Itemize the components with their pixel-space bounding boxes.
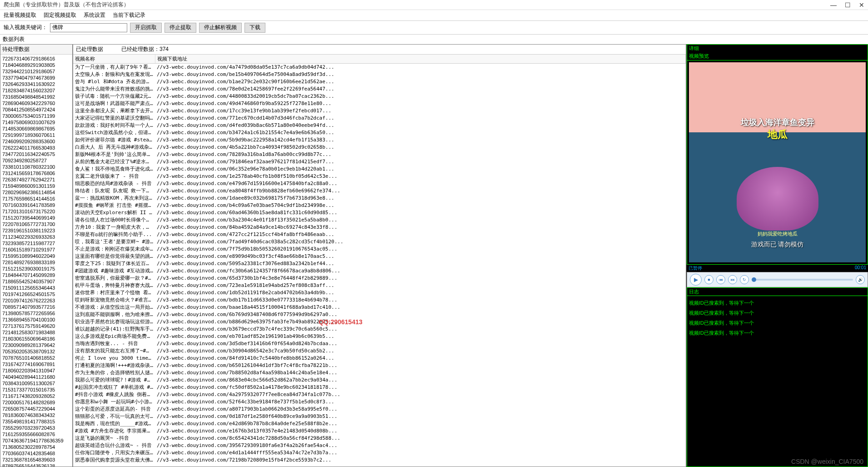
list-item[interactable]: 7355299703239720453 — [1, 425, 71, 431]
list-item[interactable]: 7281489276938833189 — [1, 259, 71, 266]
th-video-url[interactable]: 视频下载地址 — [155, 55, 686, 64]
table-row[interactable]: 谁以超越的记录(41):狂野陶车手知...//v3-webc.douyinvod… — [73, 326, 686, 333]
table-row[interactable]: 我是梅西，现在慌的_____#游戏精...//v3-webc.douyinvod… — [73, 420, 686, 427]
table-row[interactable]: 这些Switch游戏虽然小众，但请务必...//v3-webc.douyinvo… — [73, 129, 686, 136]
list-item[interactable]: 7149758069031007629 — [1, 119, 71, 126]
seek-slider[interactable] — [752, 279, 853, 281]
table-row[interactable]: 据悉泰国代购拿货源头堂在最大佛牌//v3-webc.douyinvod.com/… — [73, 457, 686, 464]
table-row[interactable]: 你愿意和w小舞 一起玩吗#小小游乐...//v3-webc.douyinvod.… — [73, 398, 686, 406]
list-item[interactable]: 7161259355666082876 — [1, 431, 71, 437]
table-row[interactable]: 终结者：队友呢 队友呢 救一下啊#...//v3-webc.douyinvod.… — [73, 187, 686, 195]
list-item[interactable]: 7151215239030019175 — [1, 266, 71, 272]
list-item[interactable]: 7175765986514144516 — [1, 196, 71, 202]
table-row[interactable]: 当嗨吉遇到牧童... - 抖音//v3-webc.douyinvod.com/3… — [73, 340, 686, 347]
menu-download-log[interactable]: 当前下载记录 — [113, 11, 145, 19]
list-item[interactable]: 7300065753401571199 — [1, 113, 71, 119]
list-item[interactable]: 7265087574457229044 — [1, 406, 71, 412]
list-item[interactable]: 7200005176148282689 — [1, 399, 71, 406]
list-item[interactable]: 7089571407993577216 — [1, 304, 71, 310]
table-row[interactable]: 职业选手居然在比赛现场玩这些游戏...//v3-webc.douyinvod.c… — [73, 318, 686, 326]
table-row[interactable]: 细思极恐的结局#游戏杂谈 - 抖音//v3-webc.douyinvod.com… — [73, 180, 686, 187]
list-item[interactable]: 7703660374142835468 — [1, 450, 71, 457]
list-item[interactable]: 7214812583071983488 — [1, 329, 71, 336]
table-row[interactable]: 大家还记得红警里的基诺沃空翻吗◎...//v3-webc.douyinvod.c… — [73, 115, 686, 122]
list-item[interactable]: 7263874927762942271 — [1, 176, 71, 183]
list-item[interactable]: 7347720116342240575 — [1, 151, 71, 157]
table-row[interactable]: 何止 I love you 3000 times #钢铁侠 #...//v3-w… — [73, 355, 686, 362]
th-video-name[interactable]: 视频名称 — [73, 55, 155, 64]
table-row[interactable]: 打通初夏的涟漪啊!+++#游戏杂谈 #抖...//v3-webc.douyinv… — [73, 362, 686, 369]
menu-settings[interactable]: 系统设置 — [84, 11, 105, 19]
list-item[interactable]: 7078765101406818552 — [1, 355, 71, 361]
list-item[interactable]: 7151207395440699149 — [1, 215, 71, 221]
list-item[interactable]: 7201097412676222263 — [1, 297, 71, 304]
maximize-button[interactable]: ☐ — [845, 1, 851, 9]
list-item[interactable]: 7148530669869867695 — [1, 126, 71, 132]
list-item[interactable]: 7112340229326933263 — [1, 234, 71, 240]
list-item[interactable]: 7262224011766530493 — [1, 145, 71, 151]
list-item[interactable]: 7323938572115987727 — [1, 240, 71, 246]
table-row[interactable]: 机甲斗蛋场，奔特曼月神赛赛大战昆...//v3-webc.douyinvod.c… — [73, 282, 686, 289]
data-table-wrap[interactable]: 视频名称 视频下载地址 为了一只坐骑，有人刷了9年？看来...//v3-webc… — [73, 54, 686, 467]
table-row[interactable]: 蓝一：挑战精致KOM，再次来到这个...//v3-webc.douyinvod.… — [73, 195, 686, 202]
list-item[interactable]: 7153173377015016735 — [1, 387, 71, 393]
table-row[interactable]: 没有朋友的我只能左右互搏了~#游戏...//v3-webc.douyinvod.… — [73, 347, 686, 355]
list-item[interactable]: 7355498191417788315 — [1, 418, 71, 425]
list-item[interactable]: 7271376175759149620 — [1, 323, 71, 329]
list-item[interactable]: 7180306155069648186 — [1, 336, 71, 342]
list-item[interactable]: 7404940289441121680 — [1, 374, 71, 380]
list-item[interactable]: 7159951089946022049 — [1, 253, 71, 259]
list-item[interactable]: 7337794047974673699 — [1, 75, 71, 81]
table-row[interactable]: 如何评价谢菲尔德 #游戏 #steam游...//v3-webc.douyinv… — [73, 136, 686, 144]
table-row[interactable]: #游戏 #方舟生存进化 李宗摇果然是...//v3-webc.douyinvod… — [73, 427, 686, 435]
table-row[interactable]: 哎，我看这'王者'是要京畔~ #游戏//v3-webc.douyinvod.co… — [73, 238, 686, 246]
table-row[interactable]: 太空狼人杀：射狼和内鬼在案发现场...//v3-webc.douyinvod.c… — [73, 71, 686, 78]
log-panel[interactable]: 视频ID已搜索到，等待下一个视频ID已搜索到，等待下一个视频ID已搜索到，等待下… — [687, 296, 868, 467]
list-item[interactable]: 7053502053538709132 — [1, 348, 71, 355]
table-row[interactable]: 款款游戏：我好长时间不敲一个人...//v3-webc.douyinvod.co… — [73, 122, 686, 129]
list-item[interactable]: 7084412508554972424 — [1, 106, 71, 113]
list-item[interactable]: 7092349280258727 — [1, 157, 71, 164]
table-row[interactable]: 超级英雄适合玩什么游戏~ - 抖音//v3-webc.douyinvod.com… — [73, 442, 686, 449]
list-item[interactable]: 7338101108780322100 — [1, 164, 71, 170]
next-button[interactable]: ⏭ — [728, 275, 737, 284]
list-item[interactable]: 7226731406729186616 — [1, 55, 71, 62]
list-item[interactable]: 7316850498848541992 — [1, 94, 71, 100]
list-item[interactable]: 7280296962386114854 — [1, 189, 71, 196]
list-item[interactable]: 7286904609342229760 — [1, 100, 71, 106]
menu-fixed-extract[interactable]: 固定视频提取 — [44, 11, 76, 19]
stop-media-button[interactable]: ■ — [704, 275, 713, 284]
list-item[interactable]: 7160615189710291977 — [1, 246, 71, 253]
list-item[interactable]: 7139805785772265956 — [1, 310, 71, 316]
list-item[interactable]: 8789756515443526128 — [1, 463, 71, 467]
loop-button[interactable]: ↻ — [740, 275, 749, 284]
list-item[interactable]: 7321368781654839603 — [1, 457, 71, 463]
list-item[interactable]: 7116717438209328052 — [1, 393, 71, 399]
table-row[interactable]: 曾与 #lol 和#dota 齐名的游戏...//v3-webc.douyinv… — [73, 78, 686, 85]
list-item[interactable]: 7136805230228978754 — [1, 444, 71, 450]
list-item[interactable]: 7150911125655346443 — [1, 285, 71, 291]
table-row[interactable]: 新版M4根本不是'到帅'这么简单！后...//v3-webc.douyinvod… — [73, 151, 686, 158]
stop-parse-button[interactable]: 停止解析视频 — [199, 23, 242, 33]
table-row[interactable]: 这是飞扬的厩哭~ -抖音//v3-webc.douyinvod.com/8c65… — [73, 435, 686, 442]
list-item[interactable]: 7019741266524501575 — [1, 291, 71, 297]
table-row[interactable]: 鬼泣为什么能带来没有挫败感的挑战...//v3-webc.douyinvod.c… — [73, 85, 686, 93]
table-row[interactable]: 方舟10：我套了一身昭皮大衣，身...//v3-webc.douyinvod.c… — [73, 224, 686, 231]
list-item[interactable]: 7182834874156023207 — [1, 87, 71, 94]
list-item[interactable]: 7291999718936070611 — [1, 132, 71, 138]
list-item[interactable]: 7159489860091301159 — [1, 183, 71, 189]
table-row[interactable]: 骇子试毒：随机一个方块蕴藏2元，...//v3-webc.douyinvod.c… — [73, 93, 686, 100]
list-item[interactable]: 7071603391641783589 — [1, 202, 71, 208]
list-item[interactable]: 7329442210129186057 — [1, 68, 71, 75]
table-row[interactable]: 这可是战场啊！武器能不能严肃点！...//v3-webc.douyinvod.c… — [73, 100, 686, 107]
table-row[interactable]: 我那么可爱的球球呢?！#游戏 #游...//v3-webc.douyinvod.… — [73, 377, 686, 384]
keyword-input[interactable] — [50, 23, 127, 32]
table-row[interactable]: #起国庆冲击戏狂了 #单机游戏 #st...//v3-webc.douyinvo… — [73, 384, 686, 391]
table-row[interactable]: 请各位猎人在过场00时长得像个人*#...//v3-webc.douyinvod… — [73, 216, 686, 224]
table-row[interactable]: 这个彩蛋的还原度达延高的- 抖音//v3-webc.douyinvod.com/… — [73, 406, 686, 413]
table-row[interactable]: 玄翼二老升级版来了 - 抖音//v3-webc.douyinvod.com/1e… — [73, 173, 686, 180]
table-row[interactable]: 猫猫那么可爱，不玩一玩真的太可惜...//v3-webc.douyinvod.c… — [73, 413, 686, 420]
table-row[interactable]: 食人鲨！我不停地觅食终于进化成功...//v3-webc.douyinvod.c… — [73, 166, 686, 173]
prev-button[interactable]: ⏮ — [716, 275, 725, 284]
minimize-button[interactable]: — — [830, 1, 837, 9]
